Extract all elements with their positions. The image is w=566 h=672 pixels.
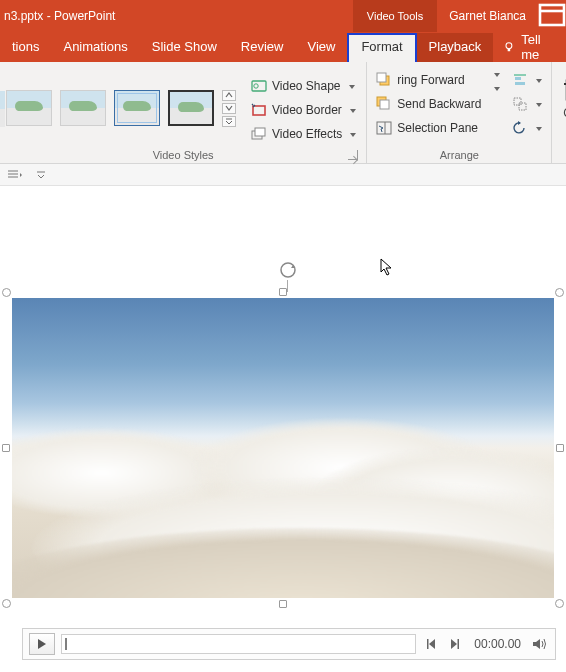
- svg-point-6: [254, 84, 258, 88]
- filename: n3.pptx: [4, 9, 43, 23]
- send-backward-button[interactable]: Send Backward: [373, 94, 484, 114]
- bring-forward-icon: [376, 72, 392, 88]
- slide-canvas[interactable]: 00:00.00: [0, 186, 566, 672]
- ribbon-display-options-icon[interactable]: [538, 3, 566, 30]
- svg-rect-19: [514, 98, 521, 105]
- send-backward-icon: [376, 96, 392, 112]
- mouse-cursor-icon: [380, 258, 396, 278]
- video-border-button[interactable]: Video Border: [248, 100, 360, 120]
- gallery-up-button[interactable]: [222, 90, 236, 101]
- video-effects-button[interactable]: Video Effects: [248, 124, 360, 144]
- selection-pane-button[interactable]: Selection Pane: [373, 118, 484, 138]
- dropdown-caret-icon: [349, 127, 357, 141]
- svg-point-2: [506, 43, 512, 49]
- svg-rect-7: [253, 106, 265, 115]
- svg-rect-3: [508, 49, 511, 52]
- rotate-icon: [512, 120, 528, 136]
- step-back-button[interactable]: [422, 635, 440, 653]
- seek-track[interactable]: [61, 634, 416, 654]
- tab-format[interactable]: Format: [347, 33, 416, 62]
- svg-point-27: [281, 263, 295, 277]
- tab-review[interactable]: Review: [229, 33, 296, 62]
- rotation-handle[interactable]: [278, 260, 298, 280]
- svg-rect-18: [515, 82, 525, 85]
- video-border-icon: [251, 102, 267, 118]
- dropdown-caret-icon: [348, 79, 356, 93]
- tab-view[interactable]: View: [295, 33, 347, 62]
- resize-handle-tr[interactable]: [555, 288, 564, 297]
- gallery-more-button[interactable]: [222, 116, 236, 127]
- resize-handle-bl[interactable]: [2, 599, 11, 608]
- video-play-bar: 00:00.00: [22, 628, 556, 660]
- ribbon: Video Shape Video Border Video Effects V…: [0, 62, 566, 164]
- ribbon-tabs: tions Animations Slide Show Review View …: [0, 32, 566, 62]
- gallery-down-button[interactable]: [222, 103, 236, 114]
- svg-rect-0: [540, 5, 564, 25]
- video-object[interactable]: [6, 292, 560, 604]
- dropdown-caret-icon: [349, 103, 357, 117]
- volume-button[interactable]: [531, 635, 549, 653]
- play-icon: [36, 638, 48, 650]
- step-forward-icon: [449, 638, 461, 650]
- play-button[interactable]: [29, 633, 55, 655]
- group-title-arrange: Arrange: [373, 145, 545, 163]
- tab-playback[interactable]: Playback: [417, 33, 494, 62]
- video-shape-button[interactable]: Video Shape: [248, 76, 360, 96]
- video-style-gallery[interactable]: [6, 90, 214, 126]
- svg-rect-28: [427, 639, 429, 649]
- crop-button[interactable]: Crop: [560, 68, 566, 120]
- crop-icon: [560, 74, 566, 106]
- user-name[interactable]: Garnet Bianca: [437, 9, 538, 23]
- group-icon: [512, 96, 528, 112]
- volume-icon: [532, 637, 548, 651]
- svg-rect-17: [515, 77, 521, 80]
- bring-forward-dropdown[interactable]: [488, 70, 506, 80]
- group-arrange: ring Forward Send Backward Selection Pan…: [367, 62, 552, 163]
- align-icon: [512, 72, 528, 88]
- video-shape-icon: [251, 78, 267, 94]
- title-bar: n3.pptx - PowerPoint Video Tools Garnet …: [0, 0, 566, 32]
- resize-handle-b[interactable]: [279, 600, 287, 608]
- video-frame: [12, 298, 554, 598]
- group-video-styles: Video Shape Video Border Video Effects V…: [0, 62, 367, 163]
- lightbulb-icon: [503, 40, 515, 54]
- svg-rect-9: [255, 128, 265, 136]
- dialog-launcher-icon[interactable]: [348, 150, 358, 160]
- video-style-3[interactable]: [114, 90, 160, 126]
- resize-handle-t[interactable]: [279, 288, 287, 296]
- rotation-connector: [287, 280, 288, 292]
- video-effects-icon: [251, 126, 267, 142]
- align-button[interactable]: [510, 70, 545, 90]
- tab-transitions[interactable]: tions: [0, 33, 51, 62]
- resize-handle-l[interactable]: [2, 444, 10, 452]
- group-title-video-styles: Video Styles: [6, 145, 360, 163]
- tab-animations[interactable]: Animations: [51, 33, 139, 62]
- tab-slide-show[interactable]: Slide Show: [140, 33, 229, 62]
- video-style-4[interactable]: [168, 90, 214, 126]
- bring-forward-button[interactable]: ring Forward: [373, 70, 484, 90]
- tell-me[interactable]: Tell me: [493, 32, 566, 62]
- video-style-2[interactable]: [60, 90, 106, 126]
- step-back-icon: [425, 638, 437, 650]
- svg-rect-20: [519, 103, 526, 110]
- resize-handle-r[interactable]: [556, 444, 564, 452]
- contextual-tab-video-tools[interactable]: Video Tools: [353, 0, 437, 32]
- step-forward-button[interactable]: [446, 635, 464, 653]
- tell-me-label: Tell me: [521, 32, 556, 62]
- window-title: n3.pptx - PowerPoint: [0, 9, 115, 23]
- resize-handle-br[interactable]: [555, 599, 564, 608]
- app-name: PowerPoint: [54, 9, 115, 23]
- svg-rect-29: [458, 639, 460, 649]
- resize-handle-tl[interactable]: [2, 288, 11, 297]
- send-backward-dropdown[interactable]: [488, 84, 506, 94]
- svg-rect-13: [380, 100, 389, 109]
- qat-more-button[interactable]: [32, 167, 50, 183]
- group-objects-button[interactable]: [510, 94, 545, 114]
- outline-dropdown[interactable]: [6, 167, 24, 183]
- group-size: Crop: [552, 62, 566, 163]
- gallery-scroll: [222, 90, 236, 127]
- rotate-button[interactable]: [510, 118, 545, 138]
- secondary-toolbar: [0, 164, 566, 186]
- video-style-1[interactable]: [6, 90, 52, 126]
- time-display: 00:00.00: [470, 637, 525, 651]
